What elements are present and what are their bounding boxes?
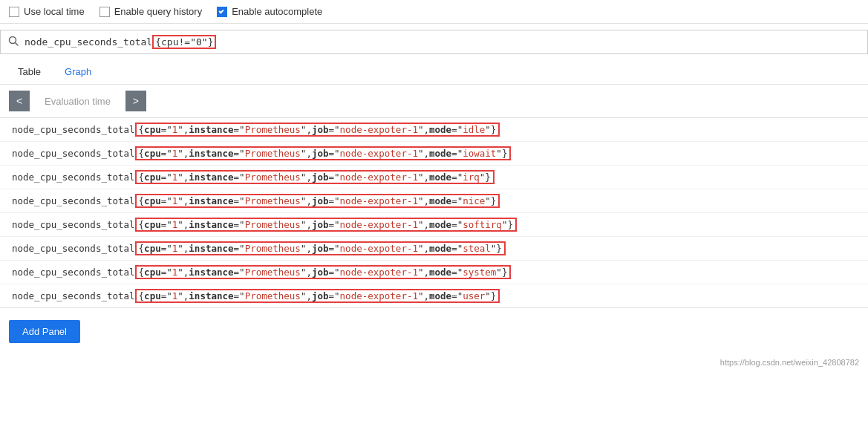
bottom-bar: Add Panel <box>0 308 868 355</box>
next-button[interactable]: > <box>125 91 146 111</box>
metric-name: node_cpu_seconds_total <box>12 290 135 301</box>
enable-query-history-label: Enable query history <box>114 6 203 17</box>
table-row: node_cpu_seconds_total{cpu="1", instance… <box>0 284 868 308</box>
table-row: node_cpu_seconds_total{cpu="1", instance… <box>0 166 868 189</box>
main-container: Use local time Enable query history Enab… <box>0 0 868 424</box>
enable-query-history-item: Enable query history <box>99 6 203 17</box>
add-panel-button[interactable]: Add Panel <box>9 320 80 343</box>
metric-name: node_cpu_seconds_total <box>12 195 135 206</box>
enable-query-history-checkbox[interactable] <box>99 7 110 17</box>
svg-line-1 <box>16 43 19 46</box>
toolbar: Use local time Enable query history Enab… <box>0 0 868 24</box>
metric-labels: {cpu="1", instance="Prometheus", job="no… <box>135 194 500 208</box>
tabs-bar: Table Graph <box>0 60 868 85</box>
footer: https://blog.csdn.net/weixin_42808782 <box>0 355 868 370</box>
use-local-time-label: Use local time <box>24 6 85 17</box>
query-highlight: {cpu!="0"} <box>152 35 216 49</box>
metric-labels: {cpu="1", instance="Prometheus", job="no… <box>135 241 506 255</box>
metric-name: node_cpu_seconds_total <box>12 243 135 254</box>
metric-labels: {cpu="1", instance="Prometheus", job="no… <box>135 265 512 279</box>
metric-name: node_cpu_seconds_total <box>12 124 135 135</box>
query-prefix: node_cpu_seconds_total <box>25 36 152 48</box>
eval-label: Evaluation time <box>33 96 123 107</box>
enable-autocomplete-item: Enable autocomplete <box>217 6 322 17</box>
tab-table[interactable]: Table <box>6 60 53 85</box>
table-row: node_cpu_seconds_total{cpu="1", instance… <box>0 118 868 142</box>
metric-labels: {cpu="1", instance="Prometheus", job="no… <box>135 170 495 184</box>
metric-labels: {cpu="1", instance="Prometheus", job="no… <box>135 289 500 303</box>
use-local-time-checkbox[interactable] <box>9 7 19 17</box>
enable-autocomplete-checkbox[interactable] <box>217 7 227 17</box>
footer-link: https://blog.csdn.net/weixin_42808782 <box>720 358 859 367</box>
table-row: node_cpu_seconds_total{cpu="1", instance… <box>0 142 868 166</box>
eval-row: < Evaluation time > <box>0 85 868 117</box>
table-row: node_cpu_seconds_total{cpu="1", instance… <box>0 237 868 261</box>
tab-graph[interactable]: Graph <box>53 60 103 85</box>
metric-labels: {cpu="1", instance="Prometheus", job="no… <box>135 123 500 137</box>
search-icon <box>8 36 19 48</box>
metric-labels: {cpu="1", instance="Prometheus", job="no… <box>135 146 512 160</box>
table-row: node_cpu_seconds_total{cpu="1", instance… <box>0 213 868 237</box>
metric-name: node_cpu_seconds_total <box>12 267 135 278</box>
enable-autocomplete-label: Enable autocomplete <box>232 6 322 17</box>
table-row: node_cpu_seconds_total{cpu="1", instance… <box>0 261 868 284</box>
search-bar: node_cpu_seconds_total{cpu!="0"} <box>0 30 868 54</box>
use-local-time-item: Use local time <box>9 6 85 17</box>
results-table: node_cpu_seconds_total{cpu="1", instance… <box>0 117 868 308</box>
table-row: node_cpu_seconds_total{cpu="1", instance… <box>0 189 868 213</box>
metric-name: node_cpu_seconds_total <box>12 148 135 159</box>
metric-name: node_cpu_seconds_total <box>12 172 135 183</box>
metric-labels: {cpu="1", instance="Prometheus", job="no… <box>135 218 517 232</box>
prev-button[interactable]: < <box>9 91 30 111</box>
search-query[interactable]: node_cpu_seconds_total{cpu!="0"} <box>25 35 216 49</box>
metric-name: node_cpu_seconds_total <box>12 219 135 230</box>
